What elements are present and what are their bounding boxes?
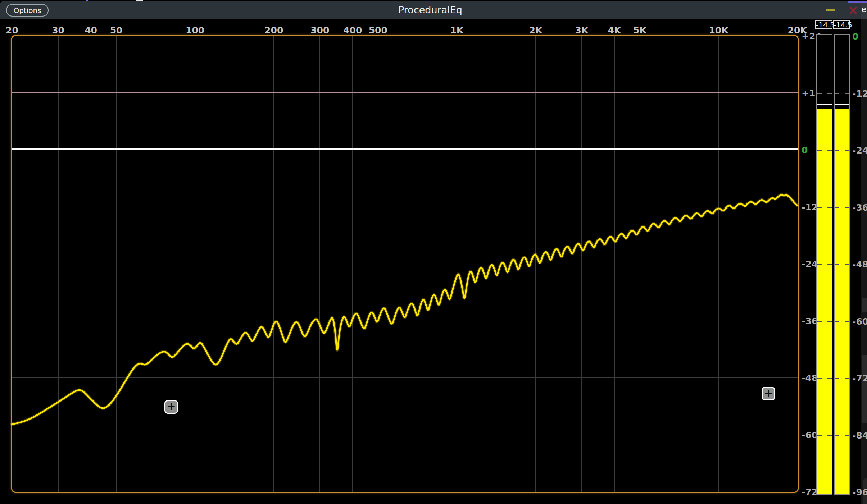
meter-tick-dash bbox=[827, 150, 832, 151]
freq-tick-label: 30 bbox=[52, 25, 64, 35]
freq-tick-label: 2K bbox=[529, 25, 543, 35]
meter-tick-dash bbox=[845, 93, 849, 94]
meter-tick-dash bbox=[827, 207, 832, 208]
meter-fill-bar bbox=[817, 109, 832, 494]
meter-tick-dash bbox=[817, 378, 822, 379]
meter-db-label: -96 bbox=[852, 487, 867, 498]
meter-tick-dash bbox=[845, 378, 849, 379]
meter-db-label: -72 bbox=[852, 373, 867, 384]
meter-db-label: -60 bbox=[852, 316, 867, 326]
plugin-window: Options ProceduralEq e 20304050100200300… bbox=[0, 0, 867, 504]
meter-tick-dash bbox=[835, 150, 839, 151]
freq-tick-label: 50 bbox=[110, 25, 123, 35]
meter-db-label: -48 bbox=[852, 259, 867, 270]
freq-tick-label: 20 bbox=[6, 25, 18, 35]
freq-tick-label: 4K bbox=[608, 25, 621, 35]
meter-tick-dash bbox=[835, 264, 839, 265]
meter-tick-dash bbox=[845, 321, 849, 322]
meter-readout-left: -14.5 bbox=[815, 20, 832, 29]
freq-tick-label: 1K bbox=[450, 25, 463, 35]
freq-tick-label: 200 bbox=[264, 25, 283, 35]
meter-tick-dash bbox=[817, 264, 822, 265]
meter-tick-dash bbox=[827, 321, 832, 322]
meter-peak-hold-line bbox=[835, 104, 849, 105]
meter-peak-hold-line bbox=[817, 104, 832, 105]
meter-tick-dash bbox=[835, 93, 839, 94]
meter-db-label: -24 bbox=[852, 145, 867, 156]
meter-tick-dash bbox=[817, 435, 822, 436]
meter-tick-dash bbox=[817, 150, 822, 151]
freq-tick-label: 100 bbox=[186, 25, 204, 35]
meter-tick-dash bbox=[845, 435, 849, 436]
add-band-button[interactable]: + bbox=[762, 387, 775, 400]
spectrum-analyzer-curve bbox=[0, 0, 867, 504]
freq-tick-label: 3K bbox=[575, 25, 589, 35]
meter-tick-dash bbox=[827, 93, 832, 94]
freq-tick-label: 400 bbox=[343, 25, 362, 35]
meter-tick-dash bbox=[845, 150, 849, 151]
meter-tick-dash bbox=[827, 435, 832, 436]
meter-tick-dash bbox=[845, 207, 849, 208]
meter-tick-dash bbox=[827, 378, 832, 379]
meter-fill-bar bbox=[835, 109, 849, 494]
meter-tick-dash bbox=[835, 321, 839, 322]
meter-db-label: -36 bbox=[852, 202, 867, 212]
freq-tick-label: 500 bbox=[369, 25, 387, 35]
meter-tick-dash bbox=[845, 264, 849, 265]
meter-tick-dash bbox=[835, 378, 839, 379]
meter-readout-right: -14.5 bbox=[833, 20, 850, 29]
level-meter-left bbox=[816, 34, 832, 495]
add-band-button[interactable]: + bbox=[164, 400, 178, 414]
level-meter-right bbox=[834, 34, 850, 495]
meter-db-label: -12 bbox=[852, 88, 867, 98]
meter-tick-dash bbox=[817, 93, 822, 94]
freq-tick-label: 40 bbox=[85, 25, 97, 35]
meter-tick-dash bbox=[835, 207, 839, 208]
freq-tick-label: 10K bbox=[709, 25, 728, 35]
meter-tick-dash bbox=[817, 321, 822, 322]
meter-db-label: -84 bbox=[852, 430, 867, 440]
meter-tick-dash bbox=[835, 435, 839, 436]
freq-tick-label: 300 bbox=[310, 25, 329, 35]
freq-tick-label: 5K bbox=[633, 25, 646, 35]
meter-tick-dash bbox=[817, 207, 822, 208]
meter-db-label: 0 bbox=[852, 31, 858, 42]
meter-tick-dash bbox=[827, 264, 832, 265]
